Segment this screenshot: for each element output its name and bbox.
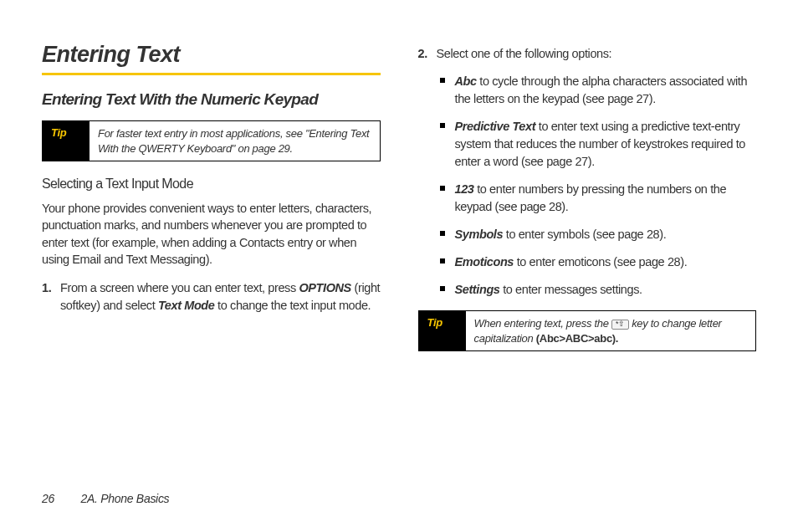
steps-list-continued: Select one of the following options: Abc… (418, 45, 757, 299)
bullet-settings: Settings to enter messages settings. (455, 281, 757, 299)
step-1: From a screen where you can enter text, … (60, 279, 381, 315)
tip2-text: When entering text, press the *⇧ key to … (466, 311, 756, 350)
bullet-abc: Abc to cycle through the alpha character… (455, 73, 757, 108)
step2-lead: Select one of the following options: (437, 47, 612, 60)
bullet-123: 123 to enter numbers by pressing the num… (455, 181, 757, 216)
section-heading: Entering Text With the Numeric Keypad (42, 90, 381, 109)
page-number: 26 (42, 492, 54, 505)
title-rule (42, 73, 381, 75)
tip2-example: (Abc>ABC>abc). (536, 332, 618, 345)
tip2-label: Tip (419, 311, 466, 350)
step1-textmode: Text Mode (158, 299, 215, 312)
steps-list: From a screen where you can enter text, … (42, 279, 381, 315)
tip2-pre: When entering text, press the (474, 317, 611, 330)
tip-label: Tip (43, 121, 90, 161)
options-bullets: Abc to cycle through the alpha character… (437, 73, 757, 299)
bullet-emo-text: to enter emoticons (see page 28). (514, 255, 687, 269)
shift-key-icon: *⇧ (611, 320, 629, 330)
bullet-emo-label: Emoticons (455, 255, 514, 269)
bullet-emoticons: Emoticons to enter emoticons (see page 2… (455, 253, 757, 271)
tip-box-2: Tip When entering text, press the *⇧ key… (418, 310, 757, 351)
intro-paragraph: Your phone provides convenient ways to e… (42, 200, 381, 268)
bullet-set-label: Settings (455, 283, 500, 296)
step1-options: OPTIONS (299, 281, 350, 294)
step1-post: to change the text input mode. (214, 299, 371, 312)
page-footer: 26 2A. Phone Basics (42, 492, 169, 505)
tip1-pre: For faster text entry in most applicatio… (98, 127, 305, 140)
bullet-sym-text: to enter symbols (see page 28). (503, 228, 666, 241)
step1-pre: From a screen where you can enter text, … (60, 281, 299, 294)
bullet-predictive: Predictive Text to enter text using a pr… (455, 118, 757, 171)
bullet-abc-label: Abc (455, 74, 477, 88)
bullet-sym-label: Symbols (455, 228, 504, 241)
page-title: Entering Text (42, 42, 381, 68)
bullet-num-text: to enter numbers by pressing the numbers… (455, 182, 727, 213)
bullet-set-text: to enter messages settings. (500, 283, 642, 296)
bullet-pred-label: Predictive Text (455, 120, 536, 133)
bullet-abc-text: to cycle through the alpha characters as… (455, 74, 748, 105)
subsection-heading: Selecting a Text Input Mode (42, 176, 381, 192)
section-label: 2A. Phone Basics (81, 492, 170, 505)
step-2: Select one of the following options: Abc… (437, 45, 757, 299)
bullet-num-label: 123 (455, 182, 474, 196)
tip-text: For faster text entry in most applicatio… (90, 121, 380, 161)
bullet-symbols: Symbols to enter symbols (see page 28). (455, 226, 757, 243)
tip-box-1: Tip For faster text entry in most applic… (42, 120, 381, 161)
